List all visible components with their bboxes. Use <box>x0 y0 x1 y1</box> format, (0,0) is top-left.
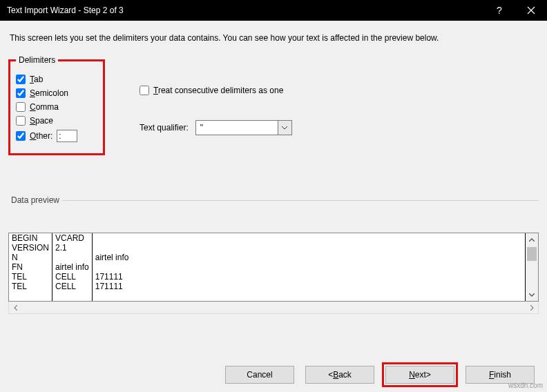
semicolon-checkbox[interactable] <box>16 88 26 98</box>
chevron-down-icon <box>529 293 535 297</box>
data-preview-box: BEGIN VERSION N FN TEL TEL VCARD 2.1 air… <box>8 233 539 302</box>
treat-consecutive-checkbox[interactable] <box>140 86 149 95</box>
treat-consecutive-label: Treat consecutive delimiters as one <box>153 86 283 95</box>
semicolon-label: Semicolon <box>30 88 68 98</box>
dialog-buttons: Cancel < Back Next > Finish <box>225 366 535 384</box>
treat-consecutive-row[interactable]: Treat consecutive delimiters as one <box>140 86 292 95</box>
delimiters-group: Delimiters Tab Semicolon Comma Space Oth… <box>8 55 105 155</box>
other-checkbox[interactable] <box>16 131 26 141</box>
comma-label: Comma <box>30 102 59 112</box>
titlebar: Text Import Wizard - Step 2 of 3 ? <box>0 0 547 21</box>
titlebar-buttons: ? <box>483 0 547 21</box>
data-preview-legend: Data preview <box>8 195 62 205</box>
comma-checkbox-row[interactable]: Comma <box>16 102 96 112</box>
space-checkbox[interactable] <box>16 116 26 126</box>
chevron-left-icon <box>14 305 17 311</box>
text-qualifier-row: Text qualifier: " <box>140 120 292 135</box>
delimiters-legend: Delimiters <box>16 55 58 65</box>
next-button[interactable]: Next > <box>385 366 454 384</box>
tab-checkbox[interactable] <box>16 75 26 84</box>
scroll-right-button[interactable] <box>526 302 538 314</box>
text-qualifier-dropdown-button[interactable] <box>278 120 292 135</box>
scroll-left-button[interactable] <box>9 302 21 314</box>
preview-col-1: BEGIN VERSION N FN TEL TEL <box>9 233 52 301</box>
space-label: Space <box>30 116 53 126</box>
scroll-down-button[interactable] <box>526 288 538 301</box>
scroll-up-button[interactable] <box>526 233 538 246</box>
text-qualifier-label: Text qualifier: <box>140 123 189 133</box>
other-label: Other: <box>30 131 52 141</box>
data-preview-group: Data preview BEGIN VERSION N FN TEL TEL … <box>8 195 539 314</box>
preview-col-3: airtel info 171111 171111 <box>93 233 526 301</box>
close-icon <box>527 6 535 14</box>
scroll-thumb[interactable] <box>527 247 537 261</box>
semicolon-checkbox-row[interactable]: Semicolon <box>16 88 96 98</box>
dialog-body: This screen lets you set the delimiters … <box>0 21 547 392</box>
chevron-up-icon <box>529 238 535 242</box>
chevron-down-icon <box>282 126 287 130</box>
window-title: Text Import Wizard - Step 2 of 3 <box>7 6 124 15</box>
watermark: wsxdn.com <box>508 382 543 389</box>
data-preview-grid: BEGIN VERSION N FN TEL TEL VCARD 2.1 air… <box>9 233 526 301</box>
text-qualifier-select[interactable]: " <box>195 120 292 135</box>
intro-text: This screen lets you set the delimiters … <box>10 33 539 43</box>
space-checkbox-row[interactable]: Space <box>16 116 96 126</box>
close-button[interactable] <box>515 0 547 21</box>
other-input[interactable] <box>57 130 77 142</box>
horizontal-scrollbar[interactable] <box>8 302 539 314</box>
vertical-scrollbar[interactable] <box>526 233 538 301</box>
text-qualifier-value[interactable]: " <box>195 120 278 135</box>
back-button[interactable]: < Back <box>305 366 374 384</box>
cancel-button[interactable]: Cancel <box>225 366 294 384</box>
right-options: Treat consecutive delimiters as one Text… <box>140 81 292 135</box>
tab-checkbox-row[interactable]: Tab <box>16 75 96 84</box>
chevron-right-icon <box>530 305 534 311</box>
tab-label: Tab <box>30 75 43 84</box>
comma-checkbox[interactable] <box>16 102 26 112</box>
help-button[interactable]: ? <box>483 0 515 21</box>
other-checkbox-row[interactable]: Other: <box>16 130 96 142</box>
preview-col-2: VCARD 2.1 airtel info CELL CELL <box>52 233 93 301</box>
